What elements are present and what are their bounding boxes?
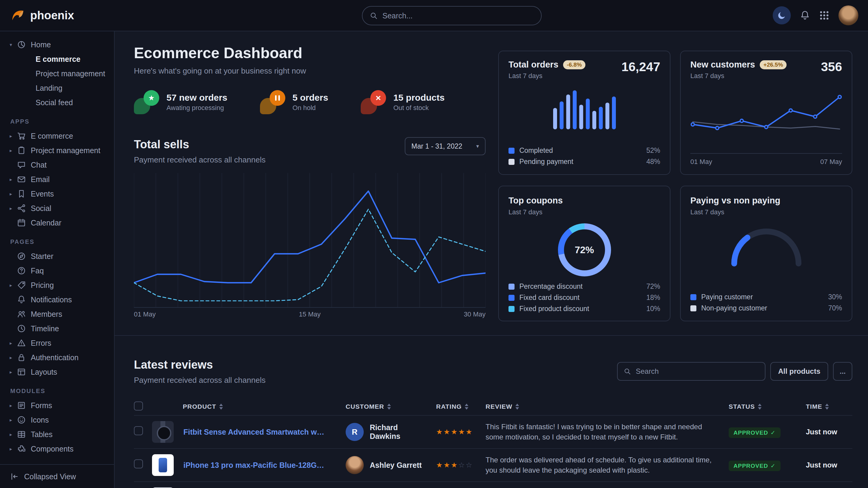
column-rating[interactable]: RATING [428,403,477,410]
sidebar-item-events[interactable]: ▸ Events [0,187,114,201]
date-range-select[interactable]: Mar 1 - 31, 2022 ▾ [405,137,486,155]
product-link[interactable]: iPhone 13 pro max-Pacific Blue-128GB sto… [183,461,337,469]
row-checkbox[interactable] [134,426,143,435]
paying-card: Paying vs non paying Last 7 days Paying … [680,186,852,321]
sidebar-item-calendar[interactable]: Calendar [0,216,114,230]
global-search[interactable] [362,6,542,25]
sidebar-item-e-commerce[interactable]: ▸ E commerce [0,129,114,143]
card-title: Top coupons [508,196,563,205]
collapse-label: Collapsed View [24,472,76,481]
stat-out-of-stock: × 15 products Out of stock [361,90,444,114]
sidebar-subitem-landing[interactable]: Landing [0,81,114,95]
sidebar-item-timeline[interactable]: Timeline [0,321,114,336]
stat-label: On hold [292,104,328,112]
card-period: Last 7 days [508,208,563,216]
reviews-title: Latest reviews [134,357,266,372]
reviews-table-header: PRODUCT CUSTOMER RATING REVIEW STATUS TI… [134,398,852,415]
sidebar-item-icons[interactable]: ▸ Icons [0,413,114,427]
caret-right-icon: ▸ [10,176,17,182]
sidebar-item-components[interactable]: ▸ Components [0,442,114,456]
top-coupons-card: Top coupons Last 7 days 72% Percentage d… [498,186,671,321]
sidebar-item-starter[interactable]: Starter [0,249,114,263]
theme-toggle-button[interactable] [773,6,791,24]
card-period: Last 7 days [690,208,780,216]
new-customers-x-axis: 01 May 07 May [690,153,842,166]
sidebar-item-notifications[interactable]: Notifications [0,292,114,307]
reviews-search-input[interactable] [636,367,759,376]
bookmark-icon [17,189,26,198]
compass-icon [17,252,26,261]
brand-name: phoenix [30,9,74,22]
collapse-view-button[interactable]: Collapsed View [0,464,114,488]
sidebar-item-chat[interactable]: Chat [0,158,114,172]
card-title: New customers [690,60,755,70]
total-sells-chart [134,173,486,308]
caret-right-icon: ▸ [10,446,17,452]
sidebar-item-faq[interactable]: Faq [0,263,114,278]
caret-down-icon: ▾ [10,42,17,47]
row-checkbox[interactable] [134,459,143,468]
stat-value: 15 products [393,93,444,103]
card-period: Last 7 days [508,72,585,80]
all-products-button[interactable]: All products [770,362,828,381]
sidebar-item-errors[interactable]: ▸ Errors [0,336,114,350]
caret-right-icon: ▸ [10,133,17,139]
reviews-subtitle: Payment received across all channels [134,376,266,385]
sidebar-item-members[interactable]: Members [0,307,114,321]
sidebar-item-authentication[interactable]: ▸ Authentication [0,350,114,365]
sort-icon [219,403,223,410]
caret-right-icon: ▸ [10,355,17,360]
card-title: Total orders [508,60,558,70]
sidebar-subitem-project-management[interactable]: Project management [0,66,114,81]
pie-icon [17,40,26,49]
notifications-button[interactable] [800,10,810,21]
total-orders-card: Total orders -6.8% Last 7 days 16,247 Co… [498,51,671,175]
apps-grid-button[interactable] [819,10,829,21]
sidebar-subitem-e-commerce[interactable]: E commerce [0,52,114,66]
column-time[interactable]: TIME [795,403,852,410]
column-review[interactable]: REVIEW [477,403,728,410]
sidebar-item-forms[interactable]: ▸ Forms [0,398,114,413]
sidebar-item-email[interactable]: ▸ Email [0,172,114,187]
product-link[interactable]: Fitbit Sense Advanced Smartwatch with To… [183,428,337,436]
chevron-down-icon: ▾ [476,143,479,150]
column-customer[interactable]: CUSTOMER [337,403,428,410]
sidebar-item-layouts[interactable]: ▸ Layouts [0,365,114,379]
pause-icon [260,90,285,114]
x-icon: × [361,90,386,114]
sort-icon [758,403,762,410]
global-search-input[interactable] [382,11,534,20]
more-options-button[interactable]: ... [833,362,852,381]
sidebar-item-tables[interactable]: ▸ Tables [0,427,114,442]
new-customers-line-chart [690,85,842,148]
clock-icon [17,324,26,333]
column-product[interactable]: PRODUCT [152,403,337,410]
sidebar-item-home[interactable]: ▾ Home [0,37,114,52]
caret-right-icon: ▸ [10,417,17,423]
cart-icon [17,131,26,140]
card-title: Paying vs non paying [690,196,780,205]
sidebar-item-project-management[interactable]: ▸ Project management [0,143,114,158]
select-all-checkbox[interactable] [134,401,143,411]
reviews-search[interactable] [617,362,766,381]
puzzle-icon [17,444,26,453]
collapse-icon [10,472,19,481]
share-icon [17,204,26,213]
product-image [152,454,174,476]
sidebar-subitem-social-feed[interactable]: Social feed [0,95,114,110]
calendar-icon [17,218,26,227]
sidebar-item-social[interactable]: ▸ Social [0,201,114,216]
user-avatar[interactable] [838,5,858,25]
sidebar-nav: ▾ HomeE commerceProject managementLandin… [0,31,114,464]
total-sells-title: Total sells [134,137,266,152]
sidebar-item-pricing[interactable]: ▸ Pricing [0,278,114,292]
alert-icon [17,338,26,348]
card-period: Last 7 days [690,72,786,80]
brand[interactable]: phoenix [10,7,74,23]
sidebar: ▾ HomeE commerceProject managementLandin… [0,31,115,488]
sidebar-section-heading: MODULES [10,388,114,395]
bell-icon [800,10,810,21]
form-icon [17,401,26,410]
column-status[interactable]: STATUS [728,403,795,410]
donut-center-label: 72% [558,223,611,276]
